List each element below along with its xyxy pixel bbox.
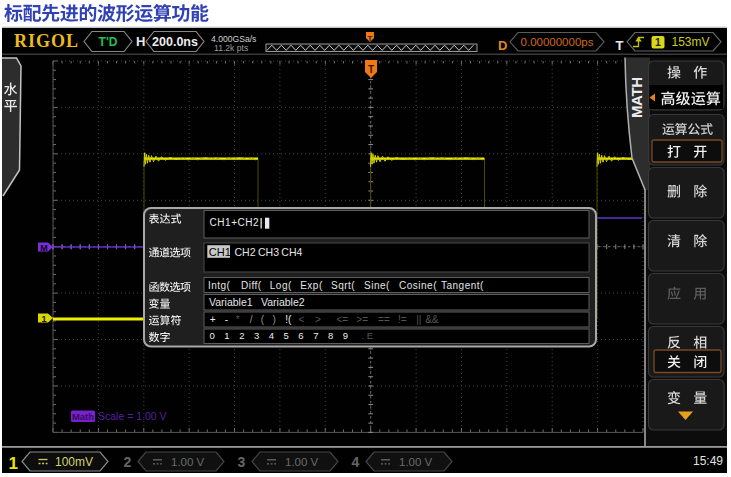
svg-text:Tangent(: Tangent( bbox=[441, 280, 484, 291]
svg-text:T: T bbox=[616, 38, 624, 53]
svg-text:3: 3 bbox=[254, 330, 259, 341]
svg-text:153mV: 153mV bbox=[672, 35, 710, 49]
svg-text:T: T bbox=[368, 34, 373, 43]
svg-text:Scale = 1.00 V: Scale = 1.00 V bbox=[98, 410, 167, 422]
svg-text:0: 0 bbox=[210, 330, 215, 341]
svg-text:+: + bbox=[210, 314, 216, 325]
svg-text:E: E bbox=[367, 330, 373, 341]
svg-text:1: 1 bbox=[224, 330, 229, 341]
svg-text:==: == bbox=[378, 314, 390, 325]
svg-text:8: 8 bbox=[328, 330, 333, 341]
svg-text:!(: !( bbox=[285, 314, 292, 325]
svg-text:11.2k pts: 11.2k pts bbox=[214, 43, 248, 53]
svg-text:5: 5 bbox=[284, 330, 289, 341]
svg-text:1.00 V: 1.00 V bbox=[399, 456, 433, 468]
svg-text:6: 6 bbox=[298, 330, 303, 341]
svg-text:M: M bbox=[40, 243, 48, 253]
svg-text:||: || bbox=[416, 314, 421, 325]
svg-text:/: / bbox=[250, 314, 253, 325]
svg-text:Exp(: Exp( bbox=[300, 280, 323, 291]
svg-text:Sqrt(: Sqrt( bbox=[331, 280, 355, 291]
svg-text:2: 2 bbox=[124, 454, 132, 470]
svg-text:<=: <= bbox=[336, 314, 348, 325]
svg-text:T'D: T'D bbox=[99, 35, 118, 49]
svg-text:Diff(: Diff( bbox=[241, 280, 262, 291]
svg-text:>: > bbox=[315, 314, 321, 325]
svg-text:T: T bbox=[368, 64, 374, 75]
svg-text:200.0ns: 200.0ns bbox=[152, 35, 198, 49]
svg-text:<: < bbox=[299, 314, 305, 325]
svg-text:1: 1 bbox=[41, 314, 46, 324]
svg-text:1: 1 bbox=[655, 36, 661, 48]
svg-text:.: . bbox=[362, 330, 365, 341]
svg-text:CH1: CH1 bbox=[209, 246, 231, 258]
svg-text:&&: && bbox=[425, 314, 439, 325]
svg-text:Variable1: Variable1 bbox=[209, 296, 253, 308]
svg-text:Cosine(: Cosine( bbox=[399, 280, 437, 291]
svg-text:Math: Math bbox=[72, 411, 94, 422]
svg-text:1: 1 bbox=[9, 454, 18, 473]
svg-text:Log(: Log( bbox=[270, 280, 292, 291]
svg-text:1.00 V: 1.00 V bbox=[171, 456, 205, 468]
svg-text:D: D bbox=[498, 38, 507, 53]
svg-text:1.00 V: 1.00 V bbox=[285, 456, 319, 468]
svg-text:!=: != bbox=[398, 314, 407, 325]
svg-text:100mV: 100mV bbox=[55, 455, 93, 469]
svg-text:MATH: MATH bbox=[628, 77, 645, 118]
svg-text:Sine(: Sine( bbox=[364, 280, 390, 291]
svg-text:*: * bbox=[236, 314, 240, 325]
svg-text:Intg(: Intg( bbox=[208, 280, 231, 291]
svg-text:): ) bbox=[273, 314, 276, 325]
svg-text:2: 2 bbox=[239, 330, 244, 341]
svg-text:3: 3 bbox=[238, 454, 246, 470]
svg-text:RIGOL: RIGOL bbox=[14, 31, 79, 51]
svg-text:7: 7 bbox=[313, 330, 318, 341]
svg-text:CH2: CH2 bbox=[235, 246, 256, 258]
svg-text:9: 9 bbox=[343, 330, 348, 341]
svg-text:Variable2: Variable2 bbox=[261, 296, 305, 308]
svg-text:0.00000000ps: 0.00000000ps bbox=[521, 36, 594, 48]
svg-text:4: 4 bbox=[352, 454, 360, 470]
svg-text:>=: >= bbox=[356, 314, 368, 325]
svg-text:CH1+CH2: CH1+CH2 bbox=[210, 217, 260, 228]
svg-text:H: H bbox=[136, 34, 145, 49]
svg-text:4: 4 bbox=[269, 330, 274, 341]
svg-text:CH4: CH4 bbox=[281, 246, 302, 258]
svg-text:-: - bbox=[225, 314, 228, 325]
svg-text:15:49: 15:49 bbox=[693, 454, 723, 468]
svg-text:CH3: CH3 bbox=[258, 246, 279, 258]
